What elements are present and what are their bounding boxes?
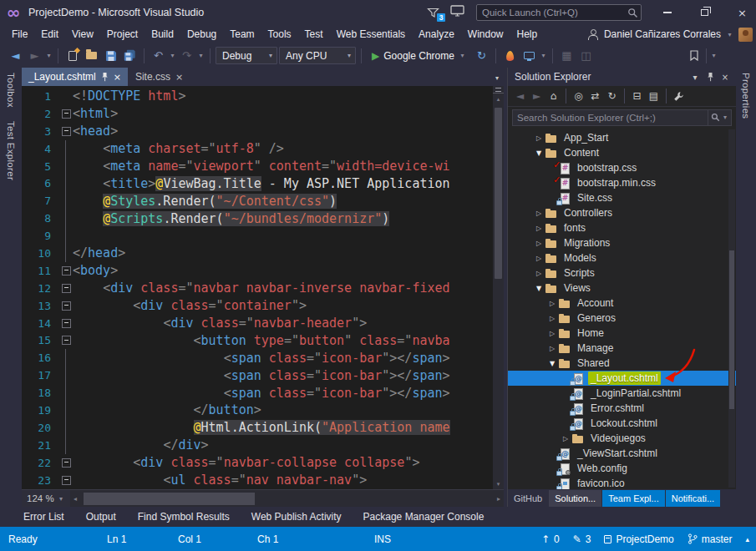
undo-icon[interactable]: ↶ — [150, 47, 167, 64]
tree-item-fonts[interactable]: ▷fonts — [508, 220, 736, 235]
fold-toggle-icon[interactable] — [60, 472, 73, 489]
show-all-files-icon[interactable]: ▤ — [646, 88, 662, 104]
fold-toggle-icon[interactable] — [60, 280, 73, 297]
document-list-caret-icon[interactable]: ▾ — [495, 74, 499, 82]
browser-link-refresh-icon[interactable] — [501, 47, 519, 64]
tree-item-lockout-cshtml[interactable]: @Lockout.cshtml — [508, 416, 736, 431]
panel-tab-output[interactable]: Output — [86, 511, 116, 523]
search-input[interactable]: Search Solution Explorer (Ctrl+;) — [512, 109, 708, 126]
expand-arrow-icon[interactable]: ▷ — [533, 240, 545, 247]
code-editor[interactable]: 1<!DOCTYPE html>2<html>3<head>4 <meta ch… — [22, 86, 504, 489]
signed-in-user-name[interactable]: Daniel Cañizares Corrales — [604, 28, 721, 40]
menu-item-test[interactable]: Test — [298, 25, 330, 43]
scroll-left-icon[interactable]: ◂ — [74, 490, 77, 508]
menu-item-analyze[interactable]: Analyze — [412, 25, 461, 43]
expand-arrow-icon[interactable]: ▷ — [533, 225, 545, 232]
uncommitted-changes-button[interactable]: ✎ 3 — [573, 533, 591, 545]
properties-icon[interactable] — [671, 88, 687, 104]
tree-item-viewstart-cshtml[interactable]: @_ViewStart.cshtml — [508, 446, 736, 461]
tree-item-app-start[interactable]: ▷App_Start — [508, 130, 736, 145]
fold-toggle-icon[interactable] — [60, 105, 73, 123]
panel-tab-notificati[interactable]: Notificati... — [666, 490, 720, 507]
user-menu-caret-icon[interactable]: ▾ — [726, 31, 733, 38]
window-position-caret-icon[interactable]: ▾ — [688, 69, 703, 84]
fold-toggle-icon[interactable] — [60, 315, 73, 332]
tree-item-content[interactable]: ▼Content — [508, 145, 736, 160]
menu-item-build[interactable]: Build — [145, 25, 180, 43]
pin-icon[interactable] — [101, 72, 109, 82]
scroll-up-icon[interactable]: ▴ — [493, 95, 504, 104]
scroll-right-icon[interactable]: ▸ — [497, 490, 500, 508]
browse-with-caret-icon[interactable]: ▾ — [540, 52, 547, 59]
toolbar-icon[interactable]: ▦ — [558, 47, 576, 64]
se-navigate-forward-icon[interactable]: ► — [529, 88, 545, 104]
horizontal-scrollbar[interactable]: ◂ ▸ — [70, 490, 504, 507]
solution-configuration-select[interactable]: Debug ▾ — [216, 47, 277, 64]
panel-tab-team-expl[interactable]: Team Expl... — [602, 490, 665, 507]
zoom-select[interactable]: 124 % ▾ — [22, 493, 70, 503]
new-file-icon[interactable] — [63, 47, 81, 64]
tool-strip-tab-toolbox[interactable]: Toolbox — [6, 73, 16, 108]
tree-item-bootstrap-css[interactable]: #✓bootstrap.css — [508, 160, 736, 175]
close-button[interactable]: × — [728, 0, 756, 25]
user-avatar[interactable] — [738, 28, 753, 42]
tree-item-web-config[interactable]: Web.config — [508, 461, 736, 476]
expand-arrow-icon[interactable]: ▷ — [546, 315, 558, 322]
panel-tab-solution[interactable]: Solution... — [549, 490, 601, 507]
expand-arrow-icon[interactable]: ▷ — [546, 330, 558, 337]
tree-item-bootstrap-min-css[interactable]: #✓bootstrap.min.css — [508, 175, 736, 190]
tree-item-account[interactable]: ▷Account — [508, 296, 736, 311]
quick-launch-input[interactable]: Quick Launch (Ctrl+Q) — [476, 4, 642, 21]
fold-toggle-icon[interactable] — [60, 262, 73, 280]
expand-arrow-icon[interactable]: ▷ — [533, 134, 545, 142]
search-options-button[interactable]: ▾ — [708, 109, 732, 126]
collapse-arrow-icon[interactable]: ▼ — [546, 360, 558, 367]
start-debugging-button[interactable]: ▶ Google Chrome ▾ — [367, 47, 471, 65]
menu-item-project[interactable]: Project — [100, 25, 145, 43]
menu-item-edit[interactable]: Edit — [34, 25, 65, 43]
tree-item-models[interactable]: ▷Models — [508, 250, 736, 265]
collapse-arrow-icon[interactable]: ▼ — [533, 149, 545, 157]
tree-scrollbar[interactable] — [728, 129, 735, 488]
redo-icon[interactable]: ↷ — [178, 47, 195, 64]
monitor-icon[interactable] — [450, 5, 464, 20]
toolbar-options-caret-icon[interactable]: ▾ — [710, 52, 718, 59]
menu-item-tools[interactable]: Tools — [261, 25, 298, 43]
panel-tab-package-manager-console[interactable]: Package Manager Console — [363, 511, 485, 523]
expand-arrow-icon[interactable]: ▷ — [533, 270, 545, 277]
navigate-forward-icon[interactable]: ► — [26, 47, 43, 64]
panel-tab-github[interactable]: GitHub — [508, 490, 548, 507]
menu-item-file[interactable]: File — [5, 25, 34, 43]
close-icon[interactable]: × — [175, 72, 183, 83]
pin-icon[interactable] — [703, 69, 718, 84]
menu-item-view[interactable]: View — [65, 25, 100, 43]
tree-item-error-cshtml[interactable]: @Error.cshtml — [508, 401, 736, 416]
menu-item-window[interactable]: Window — [461, 25, 510, 43]
refresh-icon[interactable]: ↻ — [473, 47, 490, 64]
menu-item-team[interactable]: Team — [223, 25, 261, 43]
expand-arrow-icon[interactable]: ▷ — [560, 435, 571, 442]
solution-explorer-header[interactable]: Solution Explorer ▾ × — [508, 68, 736, 86]
close-icon[interactable]: × — [718, 69, 733, 84]
tree-item-home[interactable]: ▷Home — [508, 326, 736, 341]
repository-button[interactable]: ProjectDemo — [604, 533, 673, 545]
navigation-history-caret-icon[interactable]: ▾ — [45, 52, 53, 59]
tree-item-scripts[interactable]: ▷Scripts — [508, 265, 736, 281]
fold-toggle-icon[interactable] — [60, 297, 73, 315]
tree-item-views[interactable]: ▼Views — [508, 281, 736, 296]
tool-strip-tab-properties[interactable]: Properties — [741, 73, 751, 119]
menu-item-web-essentials[interactable]: Web Essentials — [330, 25, 412, 43]
vertical-scrollbar[interactable]: ▴ ▾ — [493, 86, 504, 489]
panel-tab-find-symbol-results[interactable]: Find Symbol Results — [138, 511, 230, 523]
toolbar-icon[interactable]: ◫ — [577, 47, 595, 64]
tree-item-migrations[interactable]: ▷Migrations — [508, 235, 736, 250]
fold-toggle-icon[interactable] — [60, 454, 73, 472]
refresh-icon[interactable]: ↻ — [604, 88, 620, 104]
fold-toggle-icon[interactable] — [60, 331, 73, 349]
horizontal-scrollbar-thumb[interactable] — [84, 493, 255, 505]
tree-item-controllers[interactable]: ▷Controllers — [508, 205, 736, 220]
expand-arrow-icon[interactable]: ▷ — [546, 300, 558, 307]
tree-item-videojuegos[interactable]: ▷Videojuegos — [508, 431, 736, 446]
editor-split-handle[interactable] — [493, 86, 504, 94]
save-icon[interactable] — [102, 47, 119, 64]
